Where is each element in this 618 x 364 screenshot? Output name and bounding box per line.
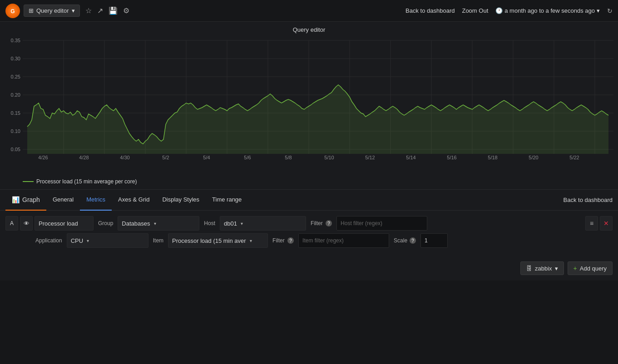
svg-text:5/2: 5/2 [162, 155, 169, 160]
group-value: Databases [122, 220, 150, 227]
application-select[interactable]: CPU ▾ [67, 233, 148, 248]
svg-text:0.05: 0.05 [11, 147, 20, 152]
share-icon[interactable]: ↗ [97, 6, 103, 15]
application-label: Application [33, 237, 65, 244]
database-icon: 🗄 [526, 265, 532, 272]
svg-text:0.15: 0.15 [11, 110, 20, 116]
tab-metrics[interactable]: Metrics [80, 190, 112, 211]
application-value: CPU [71, 237, 83, 244]
svg-text:5/6: 5/6 [244, 155, 251, 160]
add-query-label: Add query [580, 265, 607, 272]
metric-name-cell: Processor load [35, 216, 94, 231]
host-label: Host [201, 220, 218, 226]
item-filter-label: Filter ? [270, 237, 297, 244]
panel-editor: 📊 Graph General Metrics Axes & Grid Disp… [0, 190, 618, 280]
chart-container: Query editor 0.35 0.30 0.25 0.20 0.15 0.… [0, 22, 618, 190]
chevron-down-icon: ▾ [597, 7, 600, 14]
back-to-dashboard-button[interactable]: Back to dashboard [405, 7, 455, 14]
legend-line [23, 181, 34, 182]
tab-graph-label: Graph [22, 196, 40, 203]
svg-text:5/14: 5/14 [406, 155, 415, 160]
query-editor-label: Query editor [36, 7, 69, 14]
topbar-icons: ☆ ↗ 💾 ⚙ [85, 6, 129, 15]
svg-text:0.20: 0.20 [11, 92, 20, 98]
svg-text:4/30: 4/30 [120, 155, 129, 160]
chevron-down-icon: ▾ [555, 265, 558, 272]
tab-graph[interactable]: 📊 Graph [5, 190, 46, 211]
item-filter-placeholder: Item filter (regex) [302, 237, 344, 244]
item-filter-help-icon: ? [287, 237, 294, 244]
row-menu-button[interactable]: ≡ [585, 216, 598, 231]
chevron-down-icon: ▾ [250, 238, 252, 243]
add-query-button[interactable]: + Add query [568, 261, 613, 275]
metrics-footer: 🗄 zabbix ▾ + Add query [0, 256, 618, 280]
time-range-button[interactable]: 🕐 a month ago to a few seconds ago ▾ [495, 7, 600, 14]
editor-back-to-dashboard-button[interactable]: Back to dashboard [564, 197, 613, 203]
svg-text:5/18: 5/18 [488, 155, 497, 160]
svg-text:G: G [10, 8, 15, 15]
host-value: db01 [224, 220, 237, 227]
item-value: Processor load (15 min aver [172, 237, 246, 244]
metrics-row-2: Application CPU ▾ Item Processor load (1… [33, 233, 613, 248]
tab-display-styles[interactable]: Display Styles [156, 190, 206, 211]
host-select[interactable]: db01 ▾ [220, 216, 306, 231]
svg-text:0.25: 0.25 [11, 74, 20, 79]
svg-text:5/8: 5/8 [285, 155, 292, 160]
topbar-right: Back to dashboard Zoom Out 🕐 a month ago… [405, 7, 613, 15]
clock-icon: 🕐 [495, 7, 503, 14]
svg-text:4/26: 4/26 [38, 155, 48, 160]
scale-input[interactable]: 1 [420, 233, 448, 248]
svg-text:5/20: 5/20 [529, 155, 538, 160]
query-editor-button[interactable]: ⊞ Query editor ▾ [24, 5, 80, 17]
tab-time-range[interactable]: Time range [206, 190, 248, 211]
svg-marker-44 [27, 85, 608, 154]
svg-text:5/16: 5/16 [447, 155, 456, 160]
zabbix-datasource-button[interactable]: 🗄 zabbix ▾ [520, 261, 564, 275]
time-range-label: a month ago to a few seconds ago [504, 7, 595, 14]
group-label: Group [95, 220, 116, 226]
tab-axes-grid[interactable]: Axes & Grid [112, 190, 156, 211]
zoom-out-button[interactable]: Zoom Out [462, 7, 488, 14]
tab-display-styles-label: Display Styles [162, 196, 199, 203]
legend-label: Processor load (15 min average per core) [36, 178, 137, 185]
refresh-icon[interactable]: ↻ [607, 7, 613, 15]
chevron-down-icon: ▾ [72, 7, 75, 14]
tab-general[interactable]: General [46, 190, 80, 211]
star-icon[interactable]: ☆ [85, 6, 92, 15]
svg-text:0.35: 0.35 [11, 38, 20, 43]
grid-icon: ⊞ [29, 7, 34, 14]
plus-icon: + [574, 265, 577, 272]
alias-cell: A [5, 216, 18, 231]
chart-inner: 0.35 0.30 0.25 0.20 0.15 0.10 0.05 4/26 [5, 36, 613, 177]
metrics-content: A 👁 Processor load Group Databases ▾ Hos… [0, 211, 618, 256]
scale-help-icon: ? [410, 237, 416, 244]
chart-svg: 0.35 0.30 0.25 0.20 0.15 0.10 0.05 4/26 [5, 36, 613, 163]
tab-metrics-label: Metrics [86, 196, 105, 203]
grafana-logo: G [5, 4, 20, 18]
save-icon[interactable]: 💾 [109, 6, 118, 15]
tab-axes-grid-label: Axes & Grid [118, 196, 149, 203]
item-select[interactable]: Processor load (15 min aver ▾ [168, 233, 268, 248]
tab-time-range-label: Time range [212, 196, 242, 203]
svg-text:5/22: 5/22 [569, 155, 579, 160]
chart-title: Query editor [0, 26, 618, 33]
settings-icon[interactable]: ⚙ [123, 6, 129, 15]
chevron-down-icon: ▾ [241, 221, 243, 226]
host-filter-placeholder: Host filter (regex) [341, 220, 382, 226]
chart-legend: Processor load (15 min average per core) [0, 177, 618, 185]
tab-general-label: General [53, 196, 74, 203]
row-delete-button[interactable]: ✕ [600, 216, 613, 231]
host-filter-input[interactable]: Host filter (regex) [336, 216, 427, 231]
filter-help-icon: ? [326, 220, 332, 226]
scale-value: 1 [425, 237, 428, 244]
chevron-down-icon: ▾ [154, 221, 156, 226]
svg-text:0.30: 0.30 [11, 56, 20, 61]
visibility-toggle[interactable]: 👁 [20, 216, 33, 231]
chevron-down-icon: ▾ [87, 238, 89, 243]
svg-text:0.10: 0.10 [11, 128, 20, 134]
scale-label: Scale ? [391, 237, 419, 244]
item-filter-input[interactable]: Item filter (regex) [298, 233, 389, 248]
editor-tabs: 📊 Graph General Metrics Axes & Grid Disp… [0, 190, 618, 211]
group-select[interactable]: Databases ▾ [118, 216, 199, 231]
zabbix-label: zabbix [535, 265, 552, 272]
